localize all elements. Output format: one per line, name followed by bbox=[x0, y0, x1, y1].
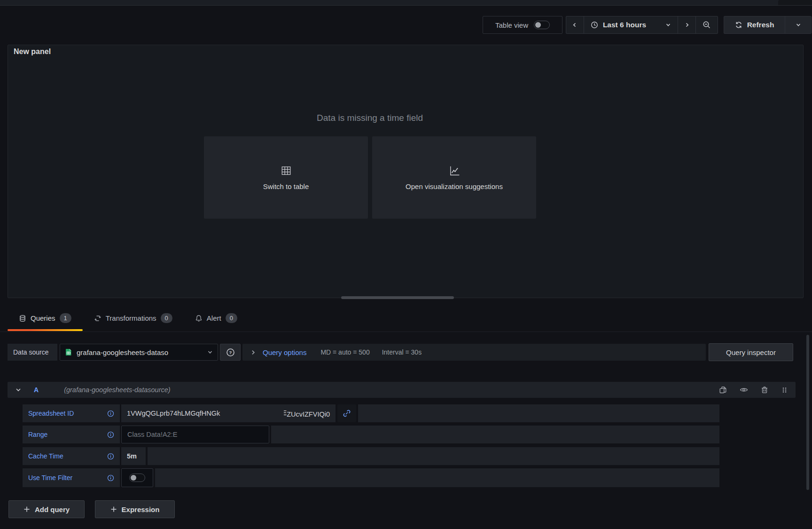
range-input[interactable] bbox=[121, 426, 269, 443]
open-visualization-suggestions-card[interactable]: Open visualization suggestions bbox=[372, 136, 536, 219]
query-ref-id[interactable]: A bbox=[34, 386, 39, 394]
refresh-button-group: Refresh bbox=[724, 16, 812, 34]
interval-summary: Interval = 30s bbox=[382, 348, 422, 356]
time-shift-forward-button[interactable] bbox=[678, 16, 695, 33]
info-circle-icon[interactable] bbox=[107, 410, 114, 417]
info-circle-icon[interactable] bbox=[107, 453, 114, 460]
time-shift-back-button[interactable] bbox=[566, 16, 584, 33]
spreadsheet-id-value-field[interactable]: 1VWgQGLprb74hLMGqfHNGk ZUcvIZFVIQi0 bbox=[121, 404, 336, 422]
drag-grip-icon[interactable] bbox=[781, 387, 788, 394]
refresh-label: Refresh bbox=[747, 21, 774, 29]
time-nav-group: Last 6 hours bbox=[566, 16, 718, 34]
refresh-interval-dropdown[interactable] bbox=[785, 16, 811, 33]
svg-text:?: ? bbox=[229, 349, 232, 355]
plus-icon bbox=[110, 506, 117, 513]
panel-preview: New panel Data is missing a time field S… bbox=[8, 45, 804, 298]
use-time-filter-toggle-box bbox=[121, 468, 153, 487]
query-datasource-hint: (grafana-googlesheets-datasource) bbox=[64, 386, 171, 394]
datasource-field-label: Data source bbox=[8, 344, 57, 361]
time-range-label: Last 6 hours bbox=[603, 21, 646, 29]
help-circle-icon: ? bbox=[226, 348, 235, 357]
range-row: Range bbox=[23, 426, 719, 443]
info-circle-icon[interactable] bbox=[107, 474, 114, 482]
query-inspector-button[interactable]: Query inspector bbox=[709, 343, 793, 361]
vertical-scrollbar-thumb[interactable] bbox=[806, 335, 809, 490]
use-time-filter-label: Use Time Filter bbox=[28, 474, 72, 482]
tab-alert-label: Alert bbox=[207, 314, 221, 322]
duplicate-query-icon[interactable] bbox=[719, 386, 727, 394]
tab-transformations[interactable]: Transformations 0 bbox=[83, 305, 184, 332]
tab-alert-count: 0 bbox=[226, 313, 237, 323]
hide-query-eye-icon[interactable] bbox=[740, 386, 748, 394]
use-time-filter-row: Use Time Filter bbox=[23, 468, 719, 487]
chevron-down-icon bbox=[796, 22, 801, 28]
panel-resize-handle[interactable] bbox=[341, 296, 454, 299]
spreadsheet-id-label-chip: Spreadsheet ID bbox=[23, 404, 120, 422]
table-grid-icon bbox=[281, 165, 292, 176]
chevron-left-icon bbox=[572, 22, 578, 28]
grafana-panel-editor: Table view Last 6 hours Refresh New pane… bbox=[0, 0, 812, 529]
cache-time-row: Cache Time 5m bbox=[23, 447, 719, 465]
query-row-header: A (grafana-googlesheets-datasource) bbox=[8, 382, 796, 398]
open-spreadsheet-link-button[interactable] bbox=[337, 404, 356, 422]
row-filler bbox=[358, 404, 719, 422]
max-data-points-summary: MD = auto = 500 bbox=[320, 348, 369, 356]
chart-line-icon bbox=[449, 165, 460, 176]
refresh-icon bbox=[735, 21, 742, 29]
refresh-button[interactable]: Refresh bbox=[724, 16, 785, 33]
switch-knob bbox=[131, 475, 136, 481]
tab-queries-label: Queries bbox=[31, 314, 55, 322]
cache-time-value[interactable]: 5m bbox=[121, 447, 146, 465]
open-visualization-suggestions-label: Open visualization suggestions bbox=[406, 182, 503, 190]
datasource-selected-name: grafana-googlesheets-dataso bbox=[77, 348, 172, 356]
panel-empty-message: Data is missing a time field bbox=[8, 113, 732, 123]
row-filler bbox=[155, 468, 719, 487]
spreadsheet-id-row: Spreadsheet ID 1VWgQGLprb74hLMGqfHNGk ZU… bbox=[23, 404, 719, 422]
delete-query-trash-icon[interactable] bbox=[761, 386, 768, 394]
query-options-bar: Query options MD = auto = 500 Interval =… bbox=[242, 344, 706, 361]
time-range-picker-button[interactable]: Last 6 hours bbox=[584, 16, 678, 33]
row-filler bbox=[148, 447, 719, 465]
collapse-chevron-down-icon[interactable] bbox=[15, 387, 22, 393]
chevron-right-icon[interactable] bbox=[250, 349, 256, 355]
add-query-button[interactable]: Add query bbox=[8, 500, 85, 518]
chevron-down-icon bbox=[665, 22, 671, 28]
expression-button[interactable]: Expression bbox=[95, 500, 175, 518]
range-label-chip: Range bbox=[23, 426, 120, 443]
panel-empty-actions: Switch to table Open visualization sugge… bbox=[204, 136, 536, 219]
zoom-out-time-button[interactable] bbox=[695, 16, 718, 33]
table-view-switch[interactable] bbox=[534, 21, 550, 29]
tab-alert[interactable]: Alert 0 bbox=[184, 305, 249, 332]
range-label: Range bbox=[28, 431, 47, 438]
transform-process-icon bbox=[94, 315, 102, 322]
datasource-picker[interactable]: grafana-googlesheets-dataso bbox=[60, 344, 218, 361]
datasource-help-button[interactable]: ? bbox=[220, 344, 241, 361]
switch-to-table-card[interactable]: Switch to table bbox=[204, 136, 368, 219]
use-time-filter-switch[interactable] bbox=[129, 474, 145, 482]
google-sheets-icon bbox=[65, 348, 72, 356]
clock-icon bbox=[591, 21, 598, 29]
link-chain-icon bbox=[343, 409, 351, 418]
switch-to-table-label: Switch to table bbox=[263, 182, 309, 190]
add-query-label: Add query bbox=[35, 505, 70, 513]
top-edge-strip bbox=[0, 0, 812, 6]
row-filler bbox=[271, 426, 719, 443]
info-circle-icon[interactable] bbox=[107, 431, 114, 438]
panel-title: New panel bbox=[14, 47, 51, 56]
query-options-link[interactable]: Query options bbox=[263, 348, 306, 356]
database-icon bbox=[19, 315, 26, 322]
zoom-out-icon bbox=[703, 21, 711, 29]
spreadsheet-id-label: Spreadsheet ID bbox=[28, 410, 74, 417]
tab-queries[interactable]: Queries 1 bbox=[8, 305, 83, 332]
plus-icon bbox=[23, 506, 30, 513]
top-edge-notch bbox=[778, 0, 812, 5]
chevron-down-icon bbox=[207, 349, 213, 355]
table-view-label: Table view bbox=[495, 21, 528, 29]
cache-time-label: Cache Time bbox=[28, 452, 63, 460]
cache-time-label-chip: Cache Time bbox=[23, 447, 120, 465]
table-view-toggle-group: Table view bbox=[483, 16, 562, 34]
query-row-actions bbox=[719, 386, 788, 394]
bell-icon bbox=[195, 315, 203, 322]
spreadsheet-id-value-end: ZUcvIZFVIQi0 bbox=[284, 409, 330, 418]
spreadsheet-id-value-start: 1VWgQGLprb74hLMGqfHNGk bbox=[127, 410, 220, 417]
